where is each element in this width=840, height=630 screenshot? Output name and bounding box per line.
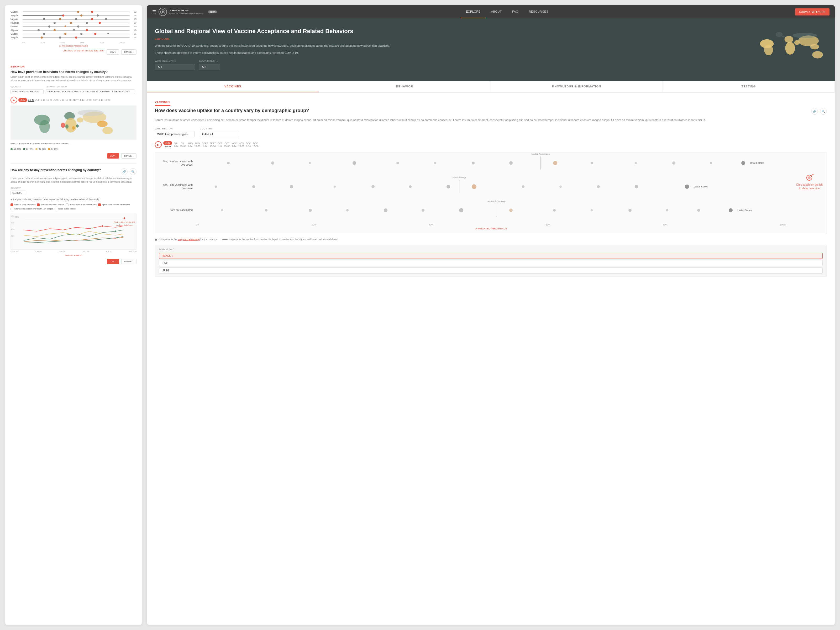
navigation: ☰ JOHNS HOPKINS Center for Communication… xyxy=(147,5,835,18)
link-icon[interactable]: 🔗 xyxy=(121,168,128,175)
image-download-btn[interactable]: IMAGE ↓ xyxy=(159,253,823,259)
image-btn-top[interactable]: IMAGE ↓ xyxy=(121,49,136,55)
main-tabs: VACCINES BEHAVIOR KNOWLEDGE & INFORMATIO… xyxy=(147,81,835,93)
svg-point-32 xyxy=(776,32,783,37)
behavior2-image-btn[interactable]: IMAGE ↓ xyxy=(121,259,136,264)
logo-circle xyxy=(159,8,167,16)
behavior-download-row: CSV ↓ IMAGE ↓ xyxy=(11,153,136,159)
svg-point-6 xyxy=(97,121,107,127)
hamburger-icon[interactable]: ☰ xyxy=(152,9,156,14)
vaccines-lorem: Lorem ipsum dolor sit amet, consectetur … xyxy=(155,118,827,123)
vaccines-play-btn[interactable]: ▶ xyxy=(155,141,162,148)
download-section: DOWNLOAD IMAGE ↓ PNG JPEG xyxy=(155,245,827,277)
tab-knowledge[interactable]: KNOWLEDGE & INFORMATION xyxy=(491,81,663,92)
us-dot-not-vaccinated[interactable] xyxy=(729,208,733,212)
activity-indoors: Spent time indoors with others xyxy=(98,204,130,206)
survey-methods-btn[interactable]: SURVEY METHODS xyxy=(795,8,829,16)
vaccines-who-label: WHO REGION xyxy=(155,127,194,130)
svg-point-9 xyxy=(61,123,65,128)
lp-click-bubble: ✦ Click bubble on the leftto show data h… xyxy=(114,216,135,227)
vaccines-country-select[interactable]: GAMBIA ALL xyxy=(200,131,239,137)
countries-select[interactable]: ALL xyxy=(199,64,220,70)
nav-resources[interactable]: RESOURCES xyxy=(524,5,554,18)
country-name: Gabon xyxy=(11,11,21,13)
activity-restaurant: Ate at work or at a restaurant xyxy=(66,204,96,206)
vaccines-tag: VACCINES xyxy=(155,101,171,106)
activity-event: Attended an indoor event with 10+ people xyxy=(11,208,53,210)
x-axis: 0% 20% 40% 60% 80% 100% xyxy=(159,222,823,226)
legend-weighted: ⊙ Represents the weighted percentage for… xyxy=(155,238,217,241)
vaccines-chart: Click bubble on the leftto show data her… xyxy=(155,152,827,234)
svg-point-33 xyxy=(782,35,785,37)
nav-about[interactable]: ABOUT xyxy=(486,5,507,18)
svg-point-4 xyxy=(77,117,83,123)
activity-market: Went to an indoor market xyxy=(37,204,64,206)
behavior-norm-select[interactable]: PERCEIVED SOCIAL NORM: # OF PEOPLE IN CO… xyxy=(46,89,135,94)
csv-btn-top[interactable]: CSV ↓ xyxy=(107,49,119,55)
svg-point-31 xyxy=(793,33,817,38)
who-region-select[interactable]: ALL WHO European Region xyxy=(155,64,195,70)
svg-point-8 xyxy=(77,110,104,116)
svg-point-26 xyxy=(785,42,795,55)
beta-badge: BETA xyxy=(208,11,216,13)
tab-behavior[interactable]: BEHAVIOR xyxy=(319,81,491,92)
search-icon[interactable]: 🔍 xyxy=(129,168,136,175)
us-label-one-dose: United States xyxy=(694,185,708,188)
vaccines-country-label: COUNTRY xyxy=(200,127,239,130)
nav-explore[interactable]: EXPLORE xyxy=(461,5,486,18)
png-download-btn[interactable]: PNG xyxy=(159,260,823,266)
country-row-guinea: Guinea 30 xyxy=(11,25,136,28)
hero-desc1: With the raise of the COVID-19 pandemic,… xyxy=(155,44,748,48)
svg-point-25 xyxy=(785,36,794,43)
activities-checkboxes: Went to work or school Went to an indoor… xyxy=(11,204,136,210)
behavior-timeline: ▶ JUN 15-30 JUL 1-14 15-30 AUG 1-14 15-3… xyxy=(11,96,136,103)
country-row-angola2: Angola 35 xyxy=(11,36,136,39)
link-icon[interactable]: 🔗 xyxy=(811,108,818,115)
behavior-image-btn[interactable]: IMAGE ↓ xyxy=(121,153,136,159)
row-dots-two-doses: Median Percentage xyxy=(196,156,823,170)
vaccines-who-select[interactable]: WHO European Region ALL xyxy=(155,131,194,137)
country-row-angola: Angola 38 xyxy=(11,14,136,17)
behavior-section: BEHAVIOR How have prevention behaviors a… xyxy=(11,60,136,264)
svg-point-30 xyxy=(812,51,823,58)
us-dot-two-doses[interactable] xyxy=(741,161,745,165)
top-countries-list: Gabon 52 Angola 38 Nigeria xyxy=(11,11,136,39)
magnify-icon[interactable]: 🔍 xyxy=(820,108,827,115)
hero-content: Global and Regional View of Vaccine Acce… xyxy=(155,28,748,70)
row-label-not-vaccinated: I am not vaccinated xyxy=(159,208,196,212)
jpeg-download-btn[interactable]: JPEG xyxy=(159,267,823,273)
behavior-q1: How have prevention behaviors and norms … xyxy=(11,70,136,74)
who-region-filter: WHO REGION ⓘ ALL WHO European Region xyxy=(155,59,195,70)
line-chart: 100% xyxy=(11,213,136,249)
top-download-row: Click here on the left to show data here… xyxy=(11,49,136,55)
us-dot-one-dose[interactable] xyxy=(685,185,689,189)
chart-rows-container: Yes, I am Vaccinated with two doses Medi… xyxy=(159,156,823,217)
behavior2-csv-btn[interactable]: CSV ↓ xyxy=(107,259,119,264)
row-dots-one-dose: Global Average xyxy=(196,180,823,193)
behavior-play-btn[interactable]: ▶ xyxy=(11,96,17,103)
map-legend: PERC. OF INDIVIDUALS WHO WEAR A MASK FRE… xyxy=(11,142,136,145)
svg-point-18 xyxy=(102,225,103,227)
activities-question: In the past 24 hours, have you done any … xyxy=(11,198,136,201)
legend-median: Represents the median for countries disp… xyxy=(222,238,339,241)
hero-world-map xyxy=(753,28,827,73)
nav-faq[interactable]: FAQ xyxy=(507,5,524,18)
us-label-two-doses: United States xyxy=(750,162,764,164)
tab-testing[interactable]: TESTING xyxy=(663,81,835,92)
survey-label: SURVEY PERIOD xyxy=(11,254,136,257)
us-label-not-vaccinated: United States xyxy=(737,209,752,212)
svg-point-29 xyxy=(810,44,819,50)
tab-vaccines[interactable]: VACCINES xyxy=(147,81,319,92)
behavior-country-select[interactable]: WHO AFRICAN REGION xyxy=(11,89,44,94)
download-title: DOWNLOAD xyxy=(159,248,823,251)
behavior-csv-btn[interactable]: CSV ↓ xyxy=(107,153,119,159)
behavior-country-select2[interactable]: GAMBIA xyxy=(11,191,26,195)
behavior-time-pill[interactable]: JUN xyxy=(18,98,27,102)
behavior-tag: BEHAVIOR xyxy=(11,65,136,68)
who-region-label: WHO REGION ⓘ xyxy=(155,59,195,63)
jun-pill[interactable]: JUN xyxy=(163,141,172,145)
svg-point-21 xyxy=(162,11,164,13)
behavior-q2-section: How are day-to-day prevention norms chan… xyxy=(11,163,136,264)
map-legend-items: 10-20% 21-40% 41-60% 61-80% xyxy=(11,148,136,150)
row-dots-not-vaccinated: Median Percentage xyxy=(196,204,823,217)
